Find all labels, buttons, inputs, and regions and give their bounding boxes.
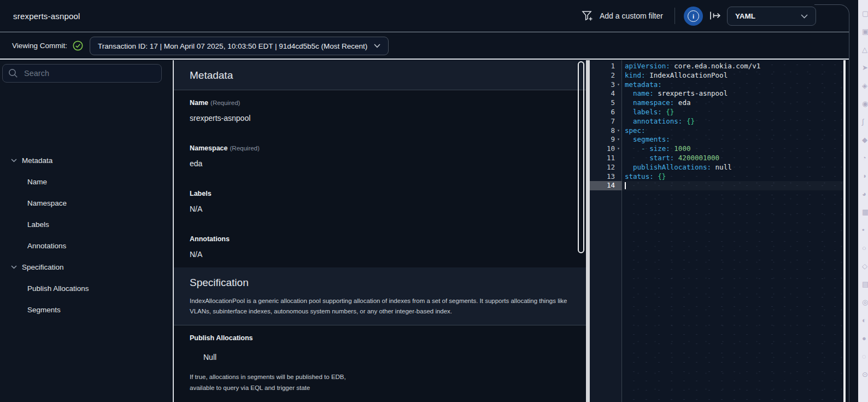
editor-line-1[interactable]: 1apiVersion: core.eda.nokia.com/v1: [590, 62, 843, 71]
editor-line-9[interactable]: 9▾ segments:: [590, 135, 843, 144]
edge-icon[interactable]: ➤: [858, 59, 868, 77]
line-number: 7: [590, 117, 622, 126]
editor-line-13[interactable]: 13status: {}: [590, 172, 843, 182]
line-content: segments:: [622, 135, 670, 144]
editor-line-14[interactable]: 14: [590, 181, 843, 190]
toolbar-divider: [675, 8, 675, 24]
fold-arrow-icon[interactable]: ▾: [615, 126, 622, 136]
field-labels: LabelsN/A: [190, 190, 575, 213]
field-namespace: Namespace(Required)eda: [190, 144, 575, 168]
editor-line-6[interactable]: 6 labels: {}: [590, 108, 843, 117]
edge-icon[interactable]: ◔: [858, 149, 868, 167]
add-custom-filter-label: Add a custom filter: [600, 11, 663, 20]
line-content: name: srexperts-asnpool: [622, 89, 728, 98]
field-label: Labels: [190, 190, 575, 197]
line-content: start: 4200001000: [622, 154, 719, 163]
format-select-value: YAML: [735, 12, 755, 20]
field-label: Namespace(Required): [190, 144, 575, 152]
edge-icon[interactable]: ◆: [858, 131, 868, 149]
line-number: 8▾: [590, 126, 622, 136]
line-number: 11: [590, 154, 622, 163]
line-content: annotations: {}: [622, 117, 695, 126]
line-content: apiVersion: core.eda.nokia.com/v1: [622, 62, 760, 71]
section-title: Metadata: [190, 69, 575, 81]
text-cursor: [625, 182, 626, 189]
line-number: 13: [590, 172, 622, 182]
line-content: kind: IndexAllocationPool: [622, 71, 728, 80]
field-value: Null: [203, 353, 575, 362]
field-label: Publish Allocations: [190, 334, 575, 342]
editor-line-8[interactable]: 8▾spec:: [590, 126, 843, 136]
required-badge: (Required): [230, 145, 260, 152]
tree-item-labels[interactable]: Labels: [0, 214, 173, 235]
edge-icon[interactable]: ◎: [858, 293, 868, 311]
expand-panel-icon[interactable]: [709, 11, 722, 22]
chevron-down-icon: [801, 14, 808, 19]
line-content: - size: 1000: [622, 144, 690, 154]
edge-icon[interactable]: ◈: [858, 77, 868, 95]
edge-icon[interactable]: •: [858, 221, 868, 239]
edge-icon[interactable]: ▦: [858, 203, 868, 221]
editor-line-12[interactable]: 12 publishAllocations: null: [590, 163, 843, 172]
edge-icon[interactable]: ◇: [858, 257, 868, 275]
edge-icon[interactable]: ▣: [858, 22, 868, 40]
line-content: spec:: [622, 126, 646, 136]
field-tree: MetadataNameNamespaceLabelsAnnotationsSp…: [0, 142, 173, 321]
line-number: 9▾: [590, 135, 622, 144]
editor-line-5[interactable]: 5 namespace: eda: [590, 98, 843, 108]
editor-line-11[interactable]: 11 start: 4200001000: [590, 154, 843, 163]
edge-icon[interactable]: ◉: [858, 95, 868, 113]
fold-arrow-icon[interactable]: ▾: [615, 80, 622, 90]
section-fields: Name(Required)srexperts-asnpoolNamespace…: [174, 99, 586, 267]
line-number: 2: [590, 71, 622, 80]
line-number: 3▾: [590, 80, 622, 90]
edge-icon[interactable]: △: [858, 40, 868, 59]
edge-icon[interactable]: ◐: [858, 311, 868, 329]
fold-arrow-icon[interactable]: ▾: [615, 135, 622, 144]
edge-icon[interactable]: ◕: [858, 185, 868, 203]
form-scrollbar-thumb[interactable]: [578, 61, 584, 253]
info-button[interactable]: i: [684, 7, 703, 26]
field-value: eda: [190, 159, 575, 168]
edge-icon[interactable]: ◑: [858, 167, 868, 185]
edge-icon[interactable]: ○: [858, 239, 868, 257]
tree-item-segments[interactable]: Segments: [0, 299, 173, 321]
yaml-editor[interactable]: 1apiVersion: core.eda.nokia.com/v12kind:…: [590, 60, 846, 402]
section-header-metadata: Metadata: [174, 60, 586, 90]
editor-line-10[interactable]: 10▾ - size: 1000: [590, 144, 843, 154]
fold-arrow-icon[interactable]: ▾: [615, 144, 622, 154]
format-select[interactable]: YAML: [727, 7, 816, 26]
edge-icon[interactable]: ⊙: [858, 365, 868, 383]
field-value: N/A: [190, 250, 575, 259]
tree-group-metadata[interactable]: Metadata: [0, 150, 173, 171]
edge-icon[interactable]: ●: [858, 329, 868, 347]
editor-line-2[interactable]: 2kind: IndexAllocationPool: [590, 71, 843, 80]
panel-splitter[interactable]: [586, 60, 590, 402]
section-header-specification: SpecificationIndexAllocationPool is a ge…: [174, 267, 586, 325]
add-custom-filter-button[interactable]: Add a custom filter: [582, 8, 663, 24]
tree-group-specification[interactable]: Specification: [0, 257, 173, 278]
line-number: 5: [590, 98, 622, 108]
editor-line-7[interactable]: 7 annotations: {}: [590, 117, 843, 126]
header-divider: [0, 32, 849, 32]
edge-icon[interactable]: ▤: [858, 275, 868, 293]
tree-item-name[interactable]: Name: [0, 171, 173, 193]
field-navigation-sidebar: MetadataNameNamespaceLabelsAnnotationsSp…: [0, 60, 173, 402]
edge-icon[interactable]: ◌: [858, 347, 868, 365]
field-name: Name(Required)srexperts-asnpool: [190, 99, 575, 123]
transaction-selector[interactable]: Transaction ID: 17 | Mon April 07 2025, …: [90, 37, 389, 55]
search-box[interactable]: [2, 64, 162, 83]
line-content: status: {}: [622, 172, 666, 182]
editor-line-4[interactable]: 4 name: srexperts-asnpool: [590, 89, 843, 98]
tree-item-annotations[interactable]: Annotations: [0, 235, 173, 257]
line-number: 1: [590, 62, 622, 71]
tree-item-namespace[interactable]: Namespace: [0, 193, 173, 214]
tree-item-publish-allocations[interactable]: Publish Allocations: [0, 278, 173, 299]
page-title: srexperts-asnpool: [13, 11, 80, 21]
line-number: 12: [590, 163, 622, 172]
editor-line-3[interactable]: 3▾metadata:: [590, 80, 843, 90]
edge-icon[interactable]: ▢: [858, 4, 868, 22]
search-input[interactable]: [23, 68, 156, 78]
edge-icon[interactable]: ∫: [858, 113, 868, 131]
field-value: N/A: [190, 205, 575, 213]
